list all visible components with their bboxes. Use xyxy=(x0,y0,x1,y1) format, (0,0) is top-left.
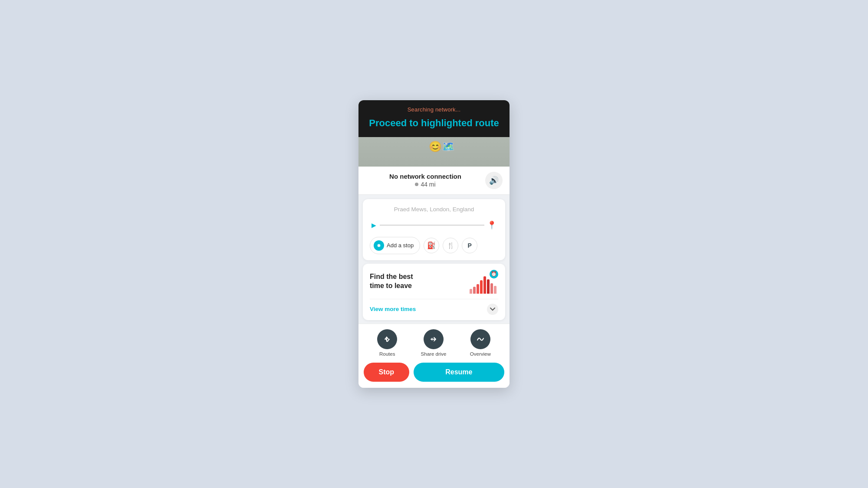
view-more-row[interactable]: View more times xyxy=(370,299,498,320)
routes-svg xyxy=(382,334,392,344)
best-time-title-line2: time to leave xyxy=(370,282,413,291)
view-more-times-button[interactable]: View more times xyxy=(370,306,416,312)
nav-header: Searching network... Proceed to highligh… xyxy=(358,100,510,137)
best-time-inner: Find the best time to leave ⏰ xyxy=(370,270,498,294)
stops-row: Add a stop ⛽ 🍴 P xyxy=(370,237,498,254)
parking-icon: P xyxy=(467,242,471,249)
destination-label: Praed Mews, London, England xyxy=(370,206,498,213)
action-buttons-row: Stop Resume xyxy=(358,360,510,388)
overview-nav-label: Overview xyxy=(470,351,491,357)
route-start-arrow-icon: ▶ xyxy=(372,222,376,228)
stop-button[interactable]: Stop xyxy=(364,363,409,382)
overview-icon xyxy=(470,329,490,349)
routes-icon xyxy=(377,329,397,349)
sound-button[interactable]: 🔊 xyxy=(485,172,503,189)
food-icon: 🍴 xyxy=(447,242,454,249)
chart-bar xyxy=(480,280,483,294)
route-end-pin-icon: 📍 xyxy=(487,220,496,230)
route-line-container: ▶ 📍 xyxy=(370,220,498,230)
share-drive-icon xyxy=(424,329,444,349)
searching-status: Searching network... xyxy=(408,106,461,113)
distance-dot-icon xyxy=(415,183,418,186)
svg-point-1 xyxy=(378,245,380,246)
add-stop-button[interactable]: Add a stop xyxy=(370,237,420,254)
route-line xyxy=(380,225,484,226)
route-card: Praed Mews, London, England ▶ 📍 Add a st… xyxy=(363,199,505,260)
map-preview: 😊🗺️ xyxy=(358,137,510,167)
routes-nav-button[interactable]: Routes xyxy=(377,329,397,357)
chart-bar xyxy=(494,286,496,294)
chevron-svg xyxy=(490,308,495,311)
parking-poi-button[interactable]: P xyxy=(462,238,477,253)
chart-bar xyxy=(483,276,486,294)
overview-nav-button[interactable]: Overview xyxy=(470,329,491,357)
connection-info: No network connection 44 mi xyxy=(365,173,485,188)
fuel-icon: ⛽ xyxy=(427,241,436,249)
distance-value: 44 mi xyxy=(421,181,435,188)
resume-button[interactable]: Resume xyxy=(414,363,504,382)
best-time-card: Find the best time to leave ⏰ View more … xyxy=(363,264,505,320)
chevron-down-icon xyxy=(487,304,498,315)
status-bar: No network connection 44 mi 🔊 xyxy=(358,167,510,195)
best-time-title: Find the best time to leave xyxy=(370,272,413,291)
add-stop-label: Add a stop xyxy=(387,242,414,249)
routes-nav-label: Routes xyxy=(379,351,395,357)
proceed-instruction: Proceed to highlighted route xyxy=(369,117,499,129)
chart-bar xyxy=(473,287,476,293)
best-time-title-line1: Find the best xyxy=(370,272,413,282)
add-stop-circle-icon xyxy=(374,240,384,251)
svg-point-0 xyxy=(377,244,381,247)
app-container: Searching network... Proceed to highligh… xyxy=(358,100,510,388)
chart-bar xyxy=(487,279,490,294)
distance-row: 44 mi xyxy=(415,181,435,188)
best-time-chart: ⏰ xyxy=(468,270,498,294)
food-poi-button[interactable]: 🍴 xyxy=(443,238,458,253)
map-emoji-decoration: 😊🗺️ xyxy=(429,141,455,153)
share-svg xyxy=(429,334,438,344)
clock-icon: ⏰ xyxy=(490,270,498,278)
network-status-label: No network connection xyxy=(389,173,461,180)
add-stop-svg xyxy=(376,242,382,249)
overview-svg xyxy=(476,334,485,344)
sound-icon: 🔊 xyxy=(489,176,499,185)
fuel-poi-button[interactable]: ⛽ xyxy=(424,238,439,253)
chart-bar xyxy=(490,283,493,294)
share-drive-nav-label: Share drive xyxy=(421,351,447,357)
bottom-nav: Routes Share drive Overview xyxy=(358,324,510,360)
share-drive-nav-button[interactable]: Share drive xyxy=(421,329,447,357)
chart-bar xyxy=(477,284,479,294)
chart-bar xyxy=(470,289,472,294)
